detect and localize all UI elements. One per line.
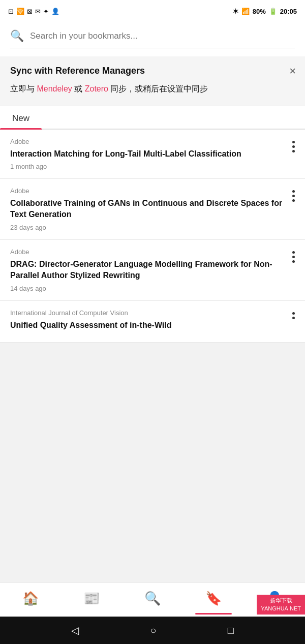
android-recents-button[interactable]: □ xyxy=(228,625,234,636)
mail-icon: ✉ xyxy=(35,8,41,15)
article-source: Adobe xyxy=(10,138,287,145)
sim-icon: ⊡ xyxy=(8,8,14,15)
tab-new-label: New xyxy=(12,113,29,123)
dot-icon xyxy=(292,260,295,263)
article-content: Adobe Interaction Matching for Long-Tail… xyxy=(10,138,287,170)
android-back-button[interactable]: ◁ xyxy=(71,624,79,636)
dot-icon xyxy=(292,199,295,202)
article-menu-button[interactable] xyxy=(292,248,295,263)
article-title: Unified Quality Assessment of in-the-Wil… xyxy=(10,320,287,331)
android-home-button[interactable]: ○ xyxy=(150,625,156,636)
status-bar: ⊡ 🛜 ⊠ ✉ ✦ 👤 ✶ 📶 80% 🔋 20:05 xyxy=(0,0,305,22)
home-icon: 🏠 xyxy=(22,591,39,606)
article-menu-button[interactable] xyxy=(292,309,295,319)
sync-text-middle1: 或 xyxy=(72,84,85,93)
dot-icon xyxy=(292,190,295,193)
article-title: Interaction Matching for Long-Tail Multi… xyxy=(10,148,287,160)
article-content: Adobe DRAG: Director-Generator Language … xyxy=(10,248,287,292)
sync-banner-text: 立即与 Mendeley 或 Zotero 同步，或稍后在设置中同步 xyxy=(10,82,295,96)
dot-icon xyxy=(292,141,295,143)
nav-feed[interactable]: 📰 xyxy=(61,582,122,615)
dot-icon xyxy=(292,145,295,148)
tab-new[interactable]: New xyxy=(0,106,42,129)
battery-percent: 80% xyxy=(253,8,266,15)
dot-icon xyxy=(292,312,295,315)
search-nav-icon: 🔍 xyxy=(144,591,161,606)
articles-list: Adobe Interaction Matching for Long-Tail… xyxy=(0,130,305,582)
nfc-icon: ⊠ xyxy=(27,8,33,15)
article-source: Adobe xyxy=(10,248,287,256)
nav-search[interactable]: 🔍 xyxy=(122,582,183,615)
search-input[interactable] xyxy=(30,31,295,41)
article-time: 14 days ago xyxy=(10,285,287,292)
mendeley-link[interactable]: Mendeley xyxy=(37,84,72,93)
feed-icon: 📰 xyxy=(83,591,100,606)
watermark-line1: 扬华下载 xyxy=(261,597,301,604)
article-item[interactable]: Adobe Collaborative Training of GANs in … xyxy=(0,179,305,240)
article-content: Adobe Collaborative Training of GANs in … xyxy=(10,187,287,231)
article-time: 23 days ago xyxy=(10,224,287,231)
dot-icon xyxy=(292,150,295,152)
article-item[interactable]: International Journal of Computer Vision… xyxy=(0,301,305,343)
bookmark-icon: 🔖 xyxy=(205,591,222,606)
status-right-icons: ✶ 📶 80% 🔋 20:05 xyxy=(233,8,297,15)
star-icon: ✦ xyxy=(43,8,49,15)
dot-icon xyxy=(292,256,295,258)
zotero-link[interactable]: Zotero xyxy=(85,84,108,93)
signal-icon: 📶 xyxy=(241,8,250,15)
search-icon: 🔍 xyxy=(10,29,24,43)
article-title: DRAG: Director-Generator Language Modell… xyxy=(10,259,287,282)
sync-close-button[interactable]: × xyxy=(289,65,296,78)
status-left-icons: ⊡ 🛜 ⊠ ✉ ✦ 👤 xyxy=(8,8,59,15)
time-display: 20:05 xyxy=(280,8,297,15)
search-box: 🔍 xyxy=(10,29,295,48)
article-time: 1 month ago xyxy=(10,163,287,170)
lock-icon: 👤 xyxy=(51,8,59,15)
tabs-area: New xyxy=(0,106,305,130)
sync-text-prefix: 立即与 xyxy=(10,84,37,93)
wifi-icon: 🛜 xyxy=(16,8,24,15)
android-nav-bar: ◁ ○ □ xyxy=(0,617,305,644)
watermark: 扬华下载 YANGHUA.NET xyxy=(257,595,305,615)
article-item[interactable]: Adobe DRAG: Director-Generator Language … xyxy=(0,240,305,301)
article-item[interactable]: Adobe Interaction Matching for Long-Tail… xyxy=(0,130,305,179)
sync-banner-title: Sync with Reference Managers xyxy=(10,66,295,76)
nav-home[interactable]: 🏠 xyxy=(0,582,61,615)
article-menu-button[interactable] xyxy=(292,138,295,152)
dot-icon xyxy=(292,317,295,319)
dot-icon xyxy=(292,251,295,254)
article-title: Collaborative Training of GANs in Contin… xyxy=(10,198,287,221)
article-source: International Journal of Computer Vision xyxy=(10,309,287,317)
sync-text-suffix: 同步，或稍后在设置中同步 xyxy=(108,84,208,93)
watermark-line2: YANGHUA.NET xyxy=(261,605,301,612)
bluetooth-icon: ✶ xyxy=(233,8,238,15)
article-content: International Journal of Computer Vision… xyxy=(10,309,287,334)
sync-banner: Sync with Reference Managers 立即与 Mendele… xyxy=(0,56,305,106)
article-source: Adobe xyxy=(10,187,287,195)
dot-icon xyxy=(292,195,295,197)
article-menu-button[interactable] xyxy=(292,187,295,202)
nav-bookmarks[interactable]: 🔖 xyxy=(183,582,244,615)
search-area: 🔍 xyxy=(0,22,305,56)
battery-icon: 🔋 xyxy=(269,8,277,15)
